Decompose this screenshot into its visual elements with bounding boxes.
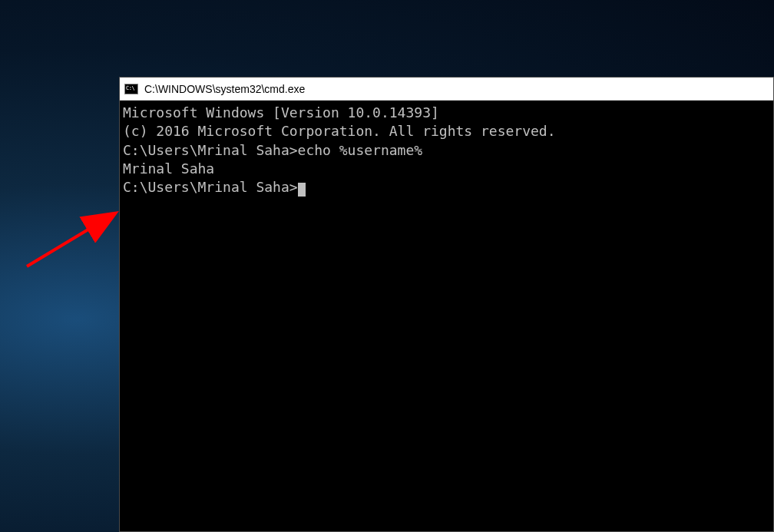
command-1: echo %username%	[298, 142, 423, 158]
cmd-icon: C:\	[124, 84, 138, 94]
cursor	[298, 183, 306, 197]
cmd-window: C:\ C:\WINDOWS\system32\cmd.exe Microsof…	[119, 77, 774, 532]
terminal-output-1: Mrinal Saha	[123, 160, 770, 178]
terminal-prompt-line-2: C:\Users\Mrinal Saha>	[123, 178, 770, 197]
annotation-arrow	[23, 203, 127, 273]
terminal-header-line-2: (c) 2016 Microsoft Corporation. All righ…	[123, 122, 770, 140]
terminal-command-line-1: C:\Users\Mrinal Saha>echo %username%	[123, 141, 770, 160]
title-bar[interactable]: C:\ C:\WINDOWS\system32\cmd.exe	[120, 78, 773, 101]
svg-line-1	[27, 214, 114, 266]
terminal-body[interactable]: Microsoft Windows [Version 10.0.14393](c…	[120, 101, 773, 531]
prompt-1: C:\Users\Mrinal Saha>	[123, 142, 298, 158]
cmd-icon-text: C:\	[126, 86, 134, 91]
terminal-header-line-1: Microsoft Windows [Version 10.0.14393]	[123, 104, 770, 122]
window-title: C:\WINDOWS\system32\cmd.exe	[144, 83, 305, 95]
prompt-2: C:\Users\Mrinal Saha>	[123, 179, 298, 195]
